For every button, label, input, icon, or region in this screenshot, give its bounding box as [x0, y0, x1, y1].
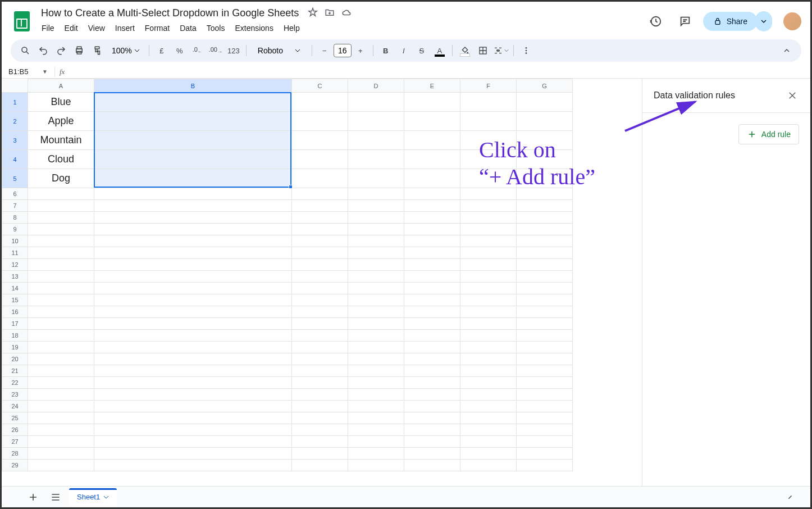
cell[interactable] [28, 235, 94, 247]
cell[interactable] [517, 389, 573, 401]
column-header[interactable]: C [292, 79, 348, 93]
cell[interactable] [460, 169, 517, 188]
cell[interactable] [404, 169, 460, 188]
cell[interactable] [348, 365, 404, 377]
cell[interactable] [460, 93, 517, 112]
cloud-status-icon[interactable] [341, 7, 352, 20]
row-header[interactable]: 22 [2, 377, 28, 389]
cell[interactable] [460, 401, 517, 412]
cell[interactable] [404, 460, 460, 471]
cell[interactable] [404, 294, 460, 306]
cell[interactable] [517, 212, 573, 224]
cell[interactable] [348, 436, 404, 448]
cell[interactable] [28, 353, 94, 365]
cell[interactable] [517, 294, 573, 306]
cell[interactable] [517, 342, 573, 353]
cell[interactable] [404, 112, 460, 131]
bold-button[interactable]: B [378, 43, 394, 58]
cell[interactable] [404, 342, 460, 353]
cell[interactable] [348, 401, 404, 412]
cell[interactable] [348, 259, 404, 271]
share-dropdown[interactable] [755, 11, 772, 31]
cell[interactable] [404, 365, 460, 377]
cell[interactable] [348, 283, 404, 294]
cell[interactable]: Apple [28, 112, 94, 131]
cell[interactable] [460, 330, 517, 342]
cell[interactable] [94, 412, 292, 424]
cell[interactable] [28, 224, 94, 235]
cell[interactable] [292, 150, 348, 169]
cell[interactable] [404, 283, 460, 294]
cell[interactable] [460, 353, 517, 365]
cell[interactable] [94, 353, 292, 365]
cell[interactable] [94, 235, 292, 247]
menu-edit[interactable]: Edit [61, 21, 82, 35]
cell[interactable] [517, 377, 573, 389]
cell[interactable] [517, 330, 573, 342]
cell[interactable] [94, 224, 292, 235]
cell[interactable] [517, 235, 573, 247]
name-box[interactable]: B1:B5 ▼ [6, 67, 50, 76]
font-size-input[interactable] [334, 44, 352, 57]
cell[interactable] [404, 200, 460, 212]
row-header[interactable]: 6 [2, 188, 28, 200]
cell[interactable] [292, 377, 348, 389]
cell[interactable] [94, 131, 292, 150]
cell[interactable] [517, 412, 573, 424]
cell[interactable] [28, 401, 94, 412]
cell[interactable] [292, 259, 348, 271]
cell[interactable] [460, 448, 517, 460]
cell[interactable] [404, 259, 460, 271]
cell[interactable] [460, 188, 517, 200]
cell[interactable] [94, 247, 292, 259]
cell[interactable] [404, 389, 460, 401]
row-header[interactable]: 11 [2, 247, 28, 259]
cell[interactable] [517, 306, 573, 318]
cell[interactable] [404, 448, 460, 460]
row-header[interactable]: 19 [2, 342, 28, 353]
cell[interactable] [460, 306, 517, 318]
zoom-dropdown[interactable]: 100% [107, 46, 144, 55]
cell[interactable] [94, 169, 292, 188]
cell[interactable] [292, 247, 348, 259]
cell[interactable] [348, 306, 404, 318]
cell[interactable] [404, 377, 460, 389]
cell[interactable] [348, 271, 404, 283]
cell[interactable] [404, 224, 460, 235]
cell[interactable] [94, 112, 292, 131]
cell[interactable] [460, 436, 517, 448]
cell[interactable] [28, 318, 94, 330]
currency-button[interactable]: £ [154, 43, 170, 58]
cell[interactable] [292, 112, 348, 131]
star-icon[interactable] [308, 7, 318, 20]
cell[interactable] [292, 188, 348, 200]
cell[interactable] [28, 389, 94, 401]
cell[interactable] [94, 377, 292, 389]
column-header[interactable]: E [404, 79, 460, 93]
cell[interactable] [94, 436, 292, 448]
cell[interactable] [460, 412, 517, 424]
undo-icon[interactable] [35, 43, 51, 58]
cell[interactable] [28, 460, 94, 471]
cell[interactable] [460, 200, 517, 212]
cell[interactable] [94, 448, 292, 460]
collapse-toolbar-button[interactable] [779, 43, 795, 58]
increase-decimal-button[interactable]: .00→ [208, 43, 223, 58]
cell[interactable] [404, 436, 460, 448]
column-header[interactable]: F [460, 79, 517, 93]
row-header[interactable]: 26 [2, 424, 28, 436]
cell[interactable] [517, 318, 573, 330]
cell[interactable] [460, 424, 517, 436]
row-header[interactable]: 16 [2, 306, 28, 318]
cell[interactable] [292, 200, 348, 212]
cell[interactable] [348, 460, 404, 471]
cell[interactable] [517, 424, 573, 436]
cell[interactable] [292, 235, 348, 247]
row-header[interactable]: 3 [2, 131, 28, 150]
more-toolbar-button[interactable] [518, 43, 534, 58]
strikethrough-button[interactable]: S [414, 43, 430, 58]
all-sheets-button[interactable] [47, 488, 65, 506]
cell[interactable] [460, 212, 517, 224]
cell[interactable] [517, 283, 573, 294]
column-header[interactable]: G [517, 79, 573, 93]
